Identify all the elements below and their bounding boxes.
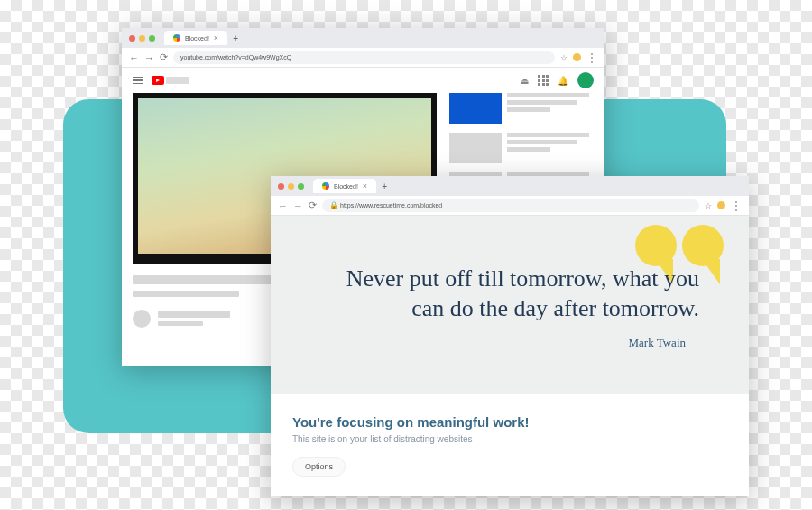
traffic-lights — [129, 35, 155, 42]
new-tab-button[interactable]: + — [233, 33, 238, 43]
close-button[interactable] — [278, 183, 284, 190]
minimize-button[interactable] — [288, 183, 294, 190]
address-bar: ← → ⟳ 🔒 https://www.rescuetime.com/block… — [271, 196, 749, 216]
favicon-icon — [322, 182, 329, 190]
browser-tab[interactable]: Blocked! × — [313, 179, 376, 193]
notifications-icon[interactable]: 🔔 — [558, 76, 568, 86]
url-text: youtube.com/watch?v=dQw4w9WgXcQ — [180, 54, 291, 60]
close-button[interactable] — [129, 35, 135, 42]
info-panel: You're focusing on meaningful work! This… — [271, 394, 749, 496]
user-avatar[interactable] — [577, 72, 594, 88]
subscriber-placeholder — [158, 321, 203, 326]
browser-window-blocked: Blocked! × + ← → ⟳ 🔒 https://www.rescuet… — [271, 176, 749, 496]
url-input[interactable]: youtube.com/watch?v=dQw4w9WgXcQ — [173, 51, 555, 64]
related-item[interactable] — [449, 133, 594, 163]
address-bar: ← → ⟳ youtube.com/watch?v=dQw4w9WgXcQ ☆ … — [122, 48, 604, 68]
lock-icon: 🔒 — [329, 202, 337, 209]
back-button[interactable]: ← — [278, 200, 288, 211]
youtube-logo[interactable] — [152, 76, 189, 85]
forward-button[interactable]: → — [293, 200, 303, 211]
related-item[interactable] — [449, 93, 594, 124]
tab-close-icon[interactable]: × — [363, 181, 367, 190]
apps-grid-icon[interactable] — [538, 75, 549, 86]
url-text: https://www.rescuetime.com/blocked — [340, 202, 442, 209]
maximize-button[interactable] — [149, 35, 155, 42]
options-button[interactable]: Options — [292, 457, 346, 477]
channel-name-placeholder — [158, 311, 230, 318]
extension-icon[interactable] — [717, 201, 725, 209]
thumbnail — [449, 133, 502, 163]
traffic-lights — [278, 183, 304, 190]
canvas: Blocked! × + ← → ⟳ youtube.com/watch?v=d… — [0, 0, 812, 510]
maximize-button[interactable] — [298, 183, 304, 190]
blocked-page: Never put off till tomorrow, what you ca… — [271, 216, 749, 496]
quote-author: Mark Twain — [629, 336, 686, 350]
info-heading: You're focusing on meaningful work! — [292, 414, 727, 430]
thumbnail — [449, 93, 502, 124]
window-titlebar: Blocked! × + — [122, 28, 604, 48]
minimize-button[interactable] — [139, 35, 145, 42]
tab-title: Blocked! — [334, 183, 358, 190]
hamburger-icon[interactable] — [133, 77, 143, 85]
reload-button[interactable]: ⟳ — [160, 51, 168, 63]
extension-icon[interactable] — [573, 53, 581, 61]
favicon-icon — [173, 34, 180, 42]
channel-avatar[interactable] — [133, 310, 151, 328]
info-subtext: This site is on your list of distracting… — [292, 434, 727, 444]
youtube-wordmark — [166, 77, 189, 84]
window-titlebar: Blocked! × + — [271, 176, 749, 196]
bookmark-icon[interactable]: ☆ — [560, 53, 567, 62]
bookmark-icon[interactable]: ☆ — [705, 201, 712, 210]
new-tab-button[interactable]: + — [382, 181, 387, 191]
tab-close-icon[interactable]: × — [214, 33, 218, 42]
browser-tab[interactable]: Blocked! × — [164, 31, 227, 45]
tab-title: Blocked! — [185, 35, 209, 42]
forward-button[interactable]: → — [144, 52, 154, 63]
reload-button[interactable]: ⟳ — [309, 199, 317, 211]
upload-icon[interactable]: ⏏ — [521, 76, 529, 86]
quote-panel: Never put off till tomorrow, what you ca… — [271, 216, 749, 394]
quote-text: Never put off till tomorrow, what you ca… — [320, 264, 699, 324]
url-input[interactable]: 🔒 https://www.rescuetime.com/blocked — [322, 199, 699, 212]
youtube-play-icon — [152, 76, 164, 85]
youtube-topbar: ⏏ 🔔 — [122, 68, 604, 93]
back-button[interactable]: ← — [129, 52, 139, 63]
video-meta-placeholder — [133, 291, 239, 297]
